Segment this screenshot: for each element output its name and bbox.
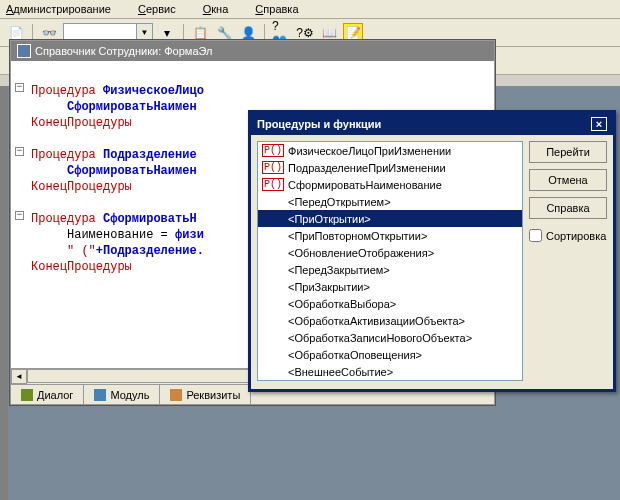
list-item[interactable]: <ОбработкаЗаписиНовогоОбъекта> xyxy=(258,329,522,346)
list-item[interactable]: P()ПодразделениеПриИзменении xyxy=(258,159,522,176)
list-item-label: <ПередЗакрытием> xyxy=(288,264,390,276)
list-item[interactable]: P()СформироватьНаименование xyxy=(258,176,522,193)
list-item[interactable]: <ОбработкаВыбора> xyxy=(258,295,522,312)
tab-requisites[interactable]: Реквизиты xyxy=(160,385,251,404)
sort-label: Сортировка xyxy=(546,230,606,242)
tab-module[interactable]: Модуль xyxy=(84,385,160,404)
procedures-dialog: Процедуры и функции × P()ФизическоеЛицоП… xyxy=(248,110,616,392)
list-item-label: ФизическоеЛицоПриИзменении xyxy=(288,145,451,157)
scroll-left-icon[interactable]: ◄ xyxy=(11,369,27,384)
tab-icon xyxy=(21,389,33,401)
list-item-label: СформироватьНаименование xyxy=(288,179,442,191)
list-item[interactable]: <ПриПовторномОткрытии> xyxy=(258,227,522,244)
fold-icon[interactable]: − xyxy=(15,83,24,92)
procedure-list[interactable]: P()ФизическоеЛицоПриИзмененииP()Подразде… xyxy=(257,141,523,381)
procedure-type-icon: P() xyxy=(262,144,284,157)
tab-dialog[interactable]: Диалог xyxy=(11,385,84,404)
list-item-label: <ОбработкаОповещения> xyxy=(288,349,422,361)
editor-title: Справочник Сотрудники: ФормаЭл xyxy=(35,45,212,57)
close-icon[interactable]: × xyxy=(591,117,607,131)
list-item[interactable]: P()ФизическоеЛицоПриИзменении xyxy=(258,142,522,159)
menu-admin[interactable]: Администрирование xyxy=(6,3,123,15)
list-item-label: <ВнешнееСобытие> xyxy=(288,366,393,378)
list-item-label: <ОбработкаВыбора> xyxy=(288,298,396,310)
dialog-title: Процедуры и функции xyxy=(257,118,381,130)
fold-icon[interactable]: − xyxy=(15,147,24,156)
menu-windows[interactable]: Окна xyxy=(203,3,241,15)
list-item[interactable]: <ПриЗакрытии> xyxy=(258,278,522,295)
menubar: Администрирование Сервис Окна Справка xyxy=(0,0,620,19)
list-item-label: ПодразделениеПриИзменении xyxy=(288,162,446,174)
margin xyxy=(0,86,8,500)
list-item-label: <ПриПовторномОткрытии> xyxy=(288,230,427,242)
procedure-type-icon: P() xyxy=(262,161,284,174)
list-item-label: <ОбновлениеОтображения> xyxy=(288,247,434,259)
list-item[interactable]: <ОбработкаАктивизацииОбъекта> xyxy=(258,312,522,329)
go-button[interactable]: Перейти xyxy=(529,141,607,163)
tab-icon xyxy=(170,389,182,401)
list-item[interactable]: <ПередОткрытием> xyxy=(258,193,522,210)
help-button[interactable]: Справка xyxy=(529,197,607,219)
list-item-label: <ОбработкаАктивизацииОбъекта> xyxy=(288,315,465,327)
list-item[interactable]: <ПередЗакрытием> xyxy=(258,261,522,278)
menu-service[interactable]: Сервис xyxy=(138,3,188,15)
list-item[interactable]: <ОбработкаОповещения> xyxy=(258,346,522,363)
editor-titlebar[interactable]: Справочник Сотрудники: ФормаЭл xyxy=(11,41,494,61)
sort-checkbox-input[interactable] xyxy=(529,229,542,242)
list-item-label: <ПередОткрытием> xyxy=(288,196,391,208)
chevron-down-icon: ▼ xyxy=(136,24,152,42)
list-item-label: <ПриОткрытии> xyxy=(288,213,371,225)
list-item[interactable]: <ВнешнееСобытие> xyxy=(258,363,522,380)
list-item[interactable]: <ОбновлениеОтображения> xyxy=(258,244,522,261)
tab-icon xyxy=(94,389,106,401)
list-item[interactable]: <ПриОткрытии> xyxy=(258,210,522,227)
menu-help[interactable]: Справка xyxy=(255,3,310,15)
dialog-titlebar[interactable]: Процедуры и функции × xyxy=(251,113,613,135)
window-icon xyxy=(17,44,31,58)
list-item-label: <ОбработкаЗаписиНовогоОбъекта> xyxy=(288,332,472,344)
procedure-type-icon: P() xyxy=(262,178,284,191)
dialog-buttons: Перейти Отмена Справка Сортировка xyxy=(529,141,607,381)
sort-checkbox[interactable]: Сортировка xyxy=(529,229,607,242)
list-item-label: <ПриЗакрытии> xyxy=(288,281,370,293)
list-item[interactable]: <ПриСменеСтраницы> xyxy=(258,380,522,381)
fold-icon[interactable]: − xyxy=(15,211,24,220)
cancel-button[interactable]: Отмена xyxy=(529,169,607,191)
